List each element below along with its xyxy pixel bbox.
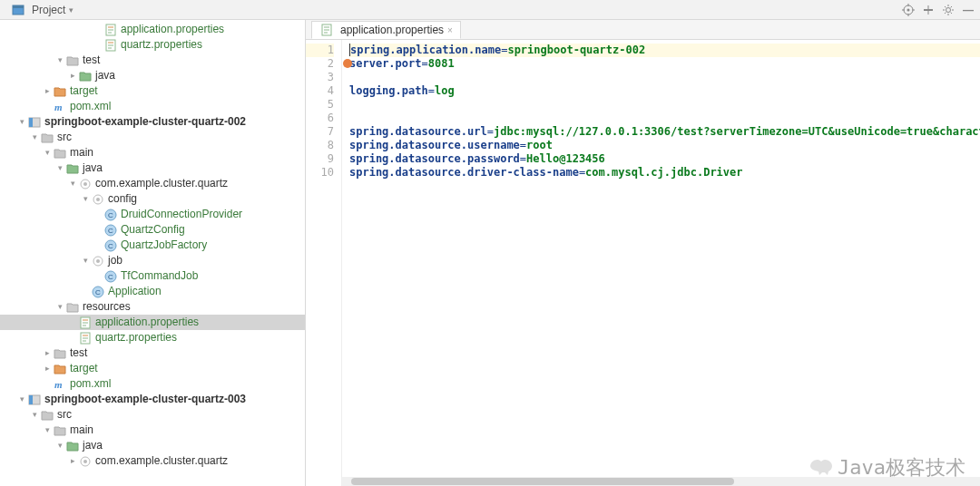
package-icon <box>78 178 93 190</box>
editor-tabbar: application.properties × <box>306 20 980 40</box>
chevron-down-icon[interactable]: ▾ <box>54 299 65 315</box>
class-icon: C <box>103 239 118 252</box>
tree-item-druidconnectionprovider[interactable]: CDruidConnectionProvider <box>0 207 305 222</box>
folder-icon <box>53 147 67 160</box>
chevron-down-icon[interactable]: ▾ <box>16 392 27 407</box>
chevron-down-icon[interactable]: ▾ <box>80 191 91 207</box>
folder-src-icon <box>78 70 93 83</box>
tree-label: pom.xml <box>70 376 111 392</box>
tree-item-job[interactable]: ▾job <box>0 253 305 268</box>
tree-label: main <box>70 145 93 160</box>
tree-item-com-example-cluster-quartz[interactable]: ▸com.example.cluster.quartz <box>0 453 305 469</box>
folder-orange-icon <box>53 85 67 98</box>
tree-label: java <box>83 160 103 176</box>
tree-item-quartzjobfactory[interactable]: CQuartzJobFactory <box>0 238 305 253</box>
close-icon[interactable]: × <box>447 25 453 35</box>
chevron-right-icon[interactable]: ▸ <box>67 453 78 469</box>
folder-icon <box>53 424 67 437</box>
tree-item-resources[interactable]: ▾resources <box>0 299 305 315</box>
chevron-down-icon[interactable]: ▾ <box>42 145 53 160</box>
tree-item-quartz-properties[interactable]: quartz.properties <box>0 37 305 53</box>
tree-item-java[interactable]: ▸java <box>0 68 305 83</box>
chevron-down-icon[interactable]: ▾ <box>54 53 65 68</box>
tree-label: quartz.properties <box>121 37 202 53</box>
tree-label: main <box>70 423 93 438</box>
svg-rect-21 <box>29 118 33 127</box>
tree-item-tfcommandjob[interactable]: CTfCommandJob <box>0 268 305 284</box>
tree-item-test[interactable]: ▾test <box>0 53 305 68</box>
tree-item-target[interactable]: ▸target <box>0 361 305 376</box>
maven-icon: m <box>53 101 67 113</box>
collapse-all-icon[interactable] <box>922 4 935 16</box>
tree-label: job <box>108 253 122 268</box>
tree-label: TfCommandJob <box>121 268 198 284</box>
tree-item-pom-xml[interactable]: mpom.xml <box>0 376 305 392</box>
chevron-down-icon[interactable]: ▾ <box>54 160 65 176</box>
props-icon <box>319 24 334 36</box>
chevron-down-icon[interactable]: ▾ <box>54 438 65 453</box>
tree-item-pom-xml[interactable]: mpom.xml <box>0 99 305 114</box>
tree-item-quartzconfig[interactable]: CQuartzConfig <box>0 222 305 238</box>
chevron-down-icon[interactable]: ▾ <box>29 130 40 145</box>
chevron-right-icon[interactable]: ▸ <box>42 345 53 361</box>
tree-item-application-properties[interactable]: application.properties <box>0 315 305 330</box>
folder-icon <box>65 54 80 67</box>
tree-item-quartz-properties[interactable]: quartz.properties <box>0 330 305 345</box>
svg-text:C: C <box>108 227 113 235</box>
tree-label: target <box>70 361 98 376</box>
chevron-down-icon[interactable]: ▾ <box>42 423 53 438</box>
tree-item-springboot-example-cluster-quartz-002[interactable]: ▾springboot-example-cluster-quartz-002 <box>0 114 305 130</box>
tree-item-application[interactable]: CApplication <box>0 284 305 299</box>
tree-item-springboot-example-cluster-quartz-003[interactable]: ▾springboot-example-cluster-quartz-003 <box>0 392 305 407</box>
package-icon <box>91 193 105 206</box>
tree-item-main[interactable]: ▾main <box>0 423 305 438</box>
props-icon <box>78 332 93 345</box>
tree-item-src[interactable]: ▾src <box>0 407 305 423</box>
project-tree[interactable]: application.propertiesquartz.properties▾… <box>0 20 306 486</box>
line-gutter: 12345678910 <box>306 40 342 486</box>
tree-item-src[interactable]: ▾src <box>0 130 305 145</box>
tree-label: application.properties <box>121 22 224 37</box>
tree-item-application-properties[interactable]: application.properties <box>0 22 305 37</box>
svg-text:m: m <box>54 379 63 390</box>
svg-point-25 <box>96 198 100 201</box>
tree-label: com.example.cluster.quartz <box>95 176 228 191</box>
minimize-icon[interactable]: — <box>962 4 975 16</box>
gear-icon[interactable] <box>942 4 955 16</box>
tree-item-target[interactable]: ▸target <box>0 83 305 99</box>
chevron-right-icon[interactable]: ▸ <box>67 68 78 83</box>
horizontal-scrollbar[interactable] <box>342 477 980 486</box>
tree-item-config[interactable]: ▾config <box>0 191 305 207</box>
locate-icon[interactable] <box>902 4 915 16</box>
file-tab-application-properties[interactable]: application.properties × <box>311 21 461 39</box>
tree-label: target <box>70 83 98 99</box>
chevron-right-icon[interactable]: ▸ <box>42 361 53 376</box>
package-icon <box>91 255 105 267</box>
editor[interactable]: 12345678910 spring.application.name=spri… <box>306 40 980 486</box>
folder-icon <box>40 131 54 144</box>
code-area[interactable]: spring.application.name=springboot-quart… <box>342 40 980 486</box>
folder-src-icon <box>65 162 80 175</box>
chevron-down-icon[interactable]: ▾ <box>80 253 91 268</box>
maven-icon: m <box>53 378 67 391</box>
svg-text:C: C <box>108 211 113 219</box>
chevron-down-icon[interactable]: ▾ <box>67 176 78 191</box>
tree-item-java[interactable]: ▾java <box>0 160 305 176</box>
chevron-down-icon[interactable]: ▾ <box>16 114 27 130</box>
tree-item-test[interactable]: ▸test <box>0 345 305 361</box>
svg-text:C: C <box>108 273 113 281</box>
tree-item-main[interactable]: ▾main <box>0 145 305 160</box>
watermark: Java极客技术 <box>808 457 965 477</box>
tree-label: resources <box>83 299 131 315</box>
tree-item-java[interactable]: ▾java <box>0 438 305 453</box>
project-tab[interactable]: Project ▾ <box>5 4 79 16</box>
project-label: Project <box>32 4 65 16</box>
tree-item-com-example-cluster-quartz[interactable]: ▾com.example.cluster.quartz <box>0 176 305 191</box>
svg-point-33 <box>96 259 100 263</box>
chevron-right-icon[interactable]: ▸ <box>42 83 53 99</box>
project-icon <box>11 4 25 16</box>
folder-res-icon <box>65 301 80 314</box>
chevron-down-icon[interactable]: ▾ <box>29 407 40 423</box>
folder-src-icon <box>65 440 80 452</box>
package-icon <box>78 455 93 468</box>
